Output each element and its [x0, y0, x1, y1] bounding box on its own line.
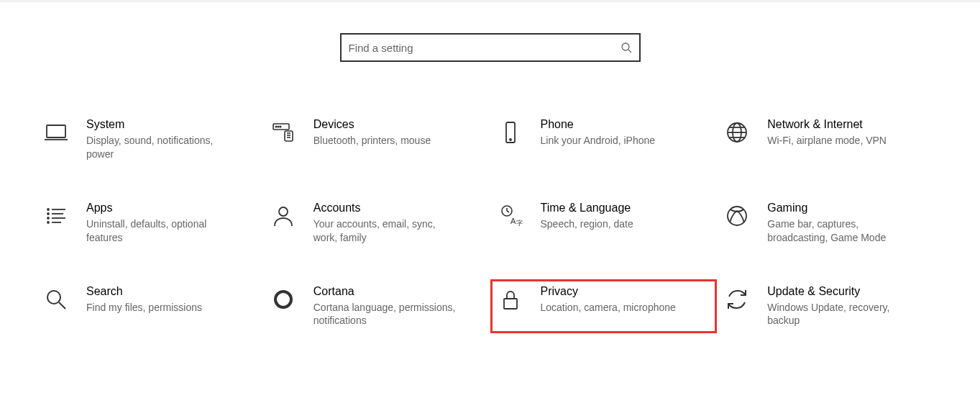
tile-body: PrivacyLocation, camera, microphone: [541, 285, 676, 315]
tile-body: Network & InternetWi-Fi, airplane mode, …: [767, 118, 887, 148]
svg-point-36: [275, 292, 291, 307]
tile-title: Update & Security: [767, 285, 911, 298]
sync-icon: [723, 285, 751, 314]
tile-title: Phone: [541, 118, 656, 131]
svg-line-30: [507, 211, 509, 212]
lock-icon: [496, 285, 525, 314]
time-lang-icon: A字: [496, 202, 525, 230]
tile-network[interactable]: Network & InternetWi-Fi, airplane mode, …: [717, 112, 944, 167]
svg-point-22: [47, 222, 49, 223]
tile-title: Accounts: [313, 202, 457, 214]
cortana-icon: [269, 285, 298, 314]
globe-icon: [723, 118, 751, 147]
tile-search[interactable]: SearchFind my files, permissions: [36, 279, 263, 334]
tile-body: Time & LanguageSpeech, region, date: [541, 202, 633, 231]
tile-gaming[interactable]: GamingGame bar, captures, broadcasting, …: [717, 196, 944, 250]
tile-time[interactable]: A字Time & LanguageSpeech, region, date: [490, 196, 718, 250]
svg-point-13: [510, 139, 511, 140]
svg-text:A: A: [510, 217, 516, 225]
tile-desc: Location, camera, microphone: [541, 301, 676, 315]
svg-point-34: [47, 291, 60, 304]
svg-line-35: [59, 302, 65, 309]
tile-apps[interactable]: AppsUninstall, defaults, optional featur…: [36, 196, 263, 250]
search-box[interactable]: [340, 33, 641, 62]
tile-title: System: [86, 118, 230, 131]
tile-body: Update & SecurityWindows Update, recover…: [767, 285, 911, 328]
tile-phone[interactable]: PhoneLink your Android, iPhone: [490, 112, 718, 167]
window-top-border: [0, 0, 980, 2]
tile-desc: Windows Update, recovery, backup: [767, 301, 911, 328]
svg-point-27: [279, 207, 288, 216]
tile-body: GamingGame bar, captures, broadcasting, …: [767, 202, 911, 245]
svg-rect-2: [47, 125, 65, 137]
tile-title: Apps: [86, 202, 230, 214]
tile-title: Devices: [313, 118, 431, 131]
svg-point-21: [47, 217, 49, 219]
tile-desc: Find my files, permissions: [86, 301, 202, 315]
tile-title: Gaming: [767, 202, 911, 214]
xbox-icon: [723, 202, 751, 230]
tile-body: AccountsYour accounts, email, sync, work…: [313, 202, 457, 245]
tile-system[interactable]: SystemDisplay, sound, notifications, pow…: [36, 112, 263, 167]
apps-icon: [42, 202, 70, 230]
tile-desc: Bluetooth, printers, mouse: [313, 134, 431, 148]
svg-text:字: 字: [516, 220, 523, 227]
svg-line-1: [628, 50, 631, 53]
svg-rect-37: [504, 299, 517, 309]
svg-point-7: [280, 126, 281, 127]
tile-privacy[interactable]: PrivacyLocation, camera, microphone: [490, 279, 718, 334]
tile-title: Network & Internet: [767, 118, 887, 131]
tile-desc: Display, sound, notifications, power: [86, 134, 230, 161]
svg-rect-8: [285, 131, 293, 141]
devices-icon: [269, 118, 298, 147]
search-icon: [620, 42, 632, 53]
svg-point-0: [622, 43, 629, 50]
tile-title: Time & Language: [541, 202, 633, 214]
tile-desc: Uninstall, defaults, optional features: [86, 217, 230, 245]
settings-grid: SystemDisplay, sound, notifications, pow…: [36, 112, 944, 333]
tile-title: Privacy: [541, 285, 676, 298]
tile-body: DevicesBluetooth, printers, mouse: [313, 118, 431, 148]
svg-point-5: [275, 126, 277, 127]
tile-title: Cortana: [313, 285, 457, 298]
tile-devices[interactable]: DevicesBluetooth, printers, mouse: [263, 112, 490, 167]
tile-body: SystemDisplay, sound, notifications, pow…: [86, 118, 230, 161]
svg-point-6: [278, 126, 279, 127]
tile-body: CortanaCortana language, permissions, no…: [313, 285, 457, 328]
tile-desc: Speech, region, date: [541, 217, 633, 231]
tile-body: SearchFind my files, permissions: [86, 285, 202, 315]
search-icon: [42, 285, 70, 314]
tile-body: PhoneLink your Android, iPhone: [541, 118, 656, 148]
laptop-icon: [42, 118, 70, 147]
tile-desc: Link your Android, iPhone: [541, 134, 656, 148]
tile-cortana[interactable]: CortanaCortana language, permissions, no…: [263, 279, 490, 334]
tile-update[interactable]: Update & SecurityWindows Update, recover…: [717, 279, 944, 334]
tile-accounts[interactable]: AccountsYour accounts, email, sync, work…: [263, 196, 490, 250]
tile-desc: Cortana language, permissions, notificat…: [313, 301, 457, 328]
person-icon: [269, 202, 298, 230]
tile-desc: Game bar, captures, broadcasting, Game M…: [767, 217, 911, 245]
tile-desc: Your accounts, email, sync, work, family: [313, 217, 457, 245]
tile-title: Search: [86, 285, 202, 298]
search-input[interactable]: [349, 42, 620, 54]
search-container: [0, 33, 980, 62]
tile-body: AppsUninstall, defaults, optional featur…: [86, 202, 230, 245]
svg-point-20: [47, 213, 49, 214]
svg-point-19: [47, 209, 49, 210]
phone-icon: [496, 118, 525, 147]
tile-desc: Wi-Fi, airplane mode, VPN: [767, 134, 887, 148]
